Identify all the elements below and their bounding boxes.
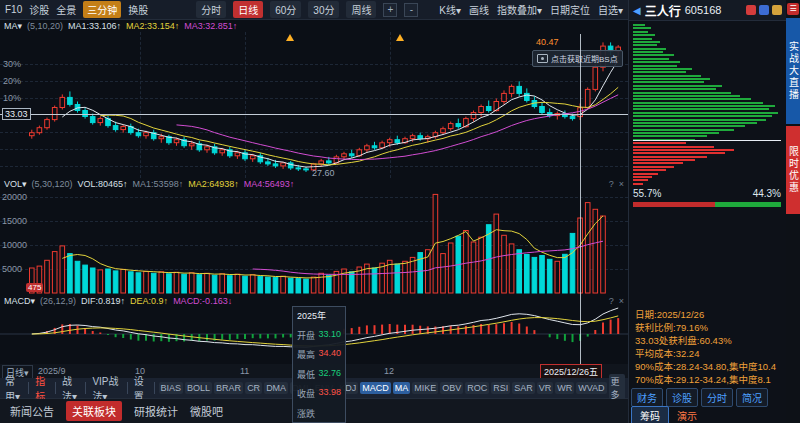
panorama-button[interactable]: 全景 — [56, 2, 76, 17]
indicator-button-rsi[interactable]: RSI — [491, 382, 510, 394]
event-marker-icon[interactable] — [286, 34, 294, 41]
indicator-button-wvad[interactable]: WVAD — [576, 382, 606, 394]
candlestick-chart[interactable] — [0, 20, 628, 178]
stock-name: 三人行 — [645, 2, 681, 19]
ratio-bar-right — [715, 202, 781, 207]
help-icon[interactable]: ? — [609, 179, 614, 189]
finance-button[interactable]: 财务 — [631, 388, 663, 407]
intraday-button[interactable]: 分时 — [701, 388, 733, 407]
f10-button[interactable]: F10 — [5, 4, 22, 15]
long-short-ratio-bar — [633, 202, 781, 207]
index-overlay-menu[interactable]: 指数叠加▾ — [497, 2, 542, 17]
close-icon[interactable]: × — [619, 179, 624, 189]
chip-bar — [633, 34, 655, 36]
right-panel-tabs: 筹码 演示 — [631, 406, 697, 423]
indicator-button-more[interactable]: 更多 — [609, 374, 625, 402]
ma1-value: MA1:33.106↑ — [68, 21, 121, 31]
chip-bar — [633, 85, 722, 87]
macd-panel-tools: ? × — [609, 296, 624, 306]
indicator-button-ma[interactable]: MA — [393, 382, 411, 394]
ma-indicator-menu[interactable]: MA▾ — [4, 21, 22, 31]
indicator-button-brar[interactable]: BRAR — [214, 382, 243, 394]
buy-point-icon[interactable] — [746, 5, 756, 15]
chip-bar — [633, 173, 658, 175]
zoom-in-button[interactable]: + — [383, 3, 397, 17]
vol-tick: 5000 — [2, 264, 22, 274]
switch-stock-button[interactable]: 换股 — [128, 2, 148, 17]
side-strip: ☰ 实战大直播 限时优惠 — [786, 0, 800, 423]
period-daily[interactable]: 日线 — [233, 1, 263, 18]
indicator-button-vr[interactable]: VR — [537, 382, 554, 394]
three-minute-badge[interactable]: 三分钟 — [83, 1, 121, 18]
diagnose-button[interactable]: 诊股 — [29, 2, 49, 17]
macd-value: MACD:-0.163↓ — [173, 296, 232, 306]
menu-icon[interactable]: ☰ — [787, 3, 799, 15]
zoom-out-button[interactable]: - — [404, 3, 418, 17]
indicator-button-bias[interactable]: BIAS — [159, 382, 184, 394]
chip-bar — [633, 31, 648, 33]
chip-bar — [633, 71, 686, 73]
back-arrow-icon[interactable]: ◀ — [633, 5, 641, 16]
ratio-left-label: 55.7% — [633, 188, 661, 199]
vol-tick: 20000 — [2, 192, 27, 202]
period-high-label: 40.47 — [536, 37, 559, 47]
chip-bar — [633, 65, 677, 67]
diagnose-stock-button[interactable]: 诊股 — [666, 388, 698, 407]
note-icon[interactable] — [772, 5, 782, 15]
indicator-button-roc[interactable]: ROC — [465, 382, 489, 394]
volume-chart[interactable] — [0, 178, 628, 295]
date-locate-button[interactable]: 日期定位 — [550, 2, 590, 17]
live-broadcast-tab[interactable]: 实战大直播 — [786, 18, 800, 124]
chip-bar — [633, 112, 778, 114]
chip-bar — [633, 129, 734, 131]
chip-bar — [633, 92, 731, 94]
chips-tab[interactable]: 筹码 — [631, 406, 669, 423]
period-weekly[interactable]: 周线 — [346, 1, 376, 18]
chip-bar — [633, 108, 769, 110]
chip-bar — [633, 51, 663, 53]
separator — [55, 382, 56, 394]
ma3-value: MA3:32.851↑ — [184, 21, 237, 31]
kline-style-menu[interactable]: K线▾ — [439, 2, 461, 17]
draw-line-button[interactable]: 画线 — [469, 2, 489, 17]
period-minute[interactable]: 分时 — [196, 1, 226, 18]
chip-bar — [633, 162, 683, 164]
chip-bar — [633, 159, 695, 161]
stock-forum-tab[interactable]: 微股吧 — [190, 403, 223, 419]
bs-points-button[interactable]: 点击获取近期BS点 — [532, 50, 623, 67]
close-value: 33.98 — [318, 387, 341, 400]
indicator-button-obv[interactable]: OBV — [440, 382, 463, 394]
close-icon[interactable]: × — [619, 296, 624, 306]
demo-link[interactable]: 演示 — [677, 408, 697, 423]
research-reports-tab[interactable]: 研报统计 — [134, 403, 178, 419]
indicator-button-dma[interactable]: DMA — [264, 382, 288, 394]
vol-ma1-value: MA1:53598↑ — [133, 179, 184, 189]
indicator-button-cr[interactable]: CR — [245, 382, 262, 394]
chip-bar — [633, 115, 772, 117]
indicator-button-sar[interactable]: SAR — [512, 382, 535, 394]
help-icon[interactable]: ? — [609, 296, 614, 306]
average-cost: 平均成本:32.24 — [635, 347, 785, 360]
sell-point-icon[interactable] — [759, 5, 769, 15]
event-marker-icon[interactable] — [396, 34, 404, 41]
ma-params: (5,10,20) — [27, 21, 63, 31]
news-announcements-tab[interactable]: 新闻公告 — [10, 403, 54, 419]
chip-bar — [633, 122, 757, 124]
period-60min[interactable]: 60分 — [270, 1, 301, 18]
bs-points-label: 点击获取近期BS点 — [551, 53, 618, 64]
chip-bar — [633, 105, 775, 107]
limited-offer-tab[interactable]: 限时优惠 — [786, 126, 800, 214]
macd-indicator-menu[interactable]: MACD▾ — [4, 296, 35, 306]
indicator-button-wr[interactable]: WR — [555, 382, 574, 394]
indicator-button-mike[interactable]: MIKE — [412, 382, 438, 394]
indicator-button-macd[interactable]: MACD — [360, 382, 391, 394]
profile-button[interactable]: 简况 — [736, 388, 768, 407]
related-sectors-tab[interactable]: 关联板块 — [66, 401, 122, 421]
chip-bar — [633, 179, 648, 181]
volume-badge[interactable]: 475 — [26, 283, 43, 292]
chip-stats-block: 日期:2025/12/26 获利比例:79.16% 33.03处获利盘:60.4… — [635, 308, 785, 386]
indicator-button-boll[interactable]: BOLL — [185, 382, 212, 394]
period-30min[interactable]: 30分 — [308, 1, 339, 18]
watchlist-menu[interactable]: 自选▾ — [598, 2, 623, 17]
vol-indicator-menu[interactable]: VOL▾ — [4, 179, 27, 189]
